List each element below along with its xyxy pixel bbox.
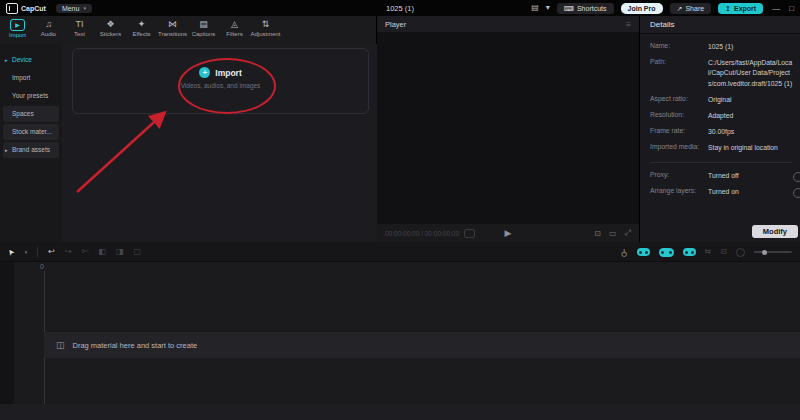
split-icon[interactable]: ✄ (82, 248, 89, 256)
detail-row-path: Path: C:/Users/fast/AppData/Local/CapCut… (650, 58, 794, 89)
player-title: Player (385, 20, 406, 29)
detail-value: Adapted (708, 111, 794, 121)
timeline-zoom-slider[interactable] (754, 251, 792, 253)
tab-audio[interactable]: ♫ Audio (33, 16, 64, 37)
select-tool-icon[interactable]: ➤ (6, 247, 16, 257)
detail-value: Turned off (708, 171, 794, 181)
import-subtitle: Videos, audios, and images (73, 82, 368, 89)
tab-effects[interactable]: ✦ Effects (126, 16, 157, 37)
ruler-tick-label: 0 (40, 263, 44, 270)
menu-button[interactable]: Menu ▾ (56, 4, 92, 13)
tab-captions[interactable]: ▤ Captions (188, 16, 219, 37)
aspect-ratio-icon[interactable]: ▭ (609, 229, 617, 238)
titlebar-right-group: ▤ ▾ ⌨ Shortcuts Join Pro ↗ Share ↥ Expor… (531, 3, 794, 14)
sidebar-item-stock-materials[interactable]: Stock mater... (3, 124, 59, 140)
detail-row-imported-media: Imported media: Stay in original locatio… (650, 143, 794, 153)
info-icon[interactable] (793, 172, 800, 182)
sidebar-item-import[interactable]: Import (3, 70, 59, 86)
audio-tab-icon: ♫ (45, 19, 52, 30)
tab-transitions[interactable]: ⋈ Transitions (157, 16, 188, 37)
info-icon[interactable] (793, 188, 800, 198)
restore-button[interactable]: □ (789, 4, 794, 13)
title-bar: CapCut Menu ▾ 1025 (1) ▤ ▾ ⌨ Shortcuts J… (0, 0, 800, 16)
timeline-toolbar-right: ⚲ ⇆ ⊟ (621, 242, 792, 262)
media-tabs: ▶ Import ♫ Audio TI Text ❖ Stickers ✦ Ef… (0, 16, 376, 44)
sidebar-item-device[interactable]: ▸ Device (3, 52, 59, 68)
sidebar-item-label: Device (12, 56, 32, 63)
layout-icon[interactable]: ▤ (531, 4, 539, 12)
menu-label: Menu (62, 5, 80, 12)
main-track-drop-zone[interactable]: ◫ Drag material here and start to create (44, 332, 800, 358)
export-button[interactable]: ↥ Export (718, 3, 763, 14)
filters-tab-icon: ◬ (231, 19, 238, 30)
captions-tab-icon: ▤ (199, 19, 208, 30)
tab-label: Text (74, 31, 85, 37)
undo-icon[interactable]: ↩ (48, 248, 55, 256)
detail-row-name: Name: 1025 (1) (650, 42, 794, 52)
tab-label: Stickers (100, 31, 121, 37)
modify-button[interactable]: Modify (752, 225, 798, 238)
import-button[interactable]: + Import (73, 67, 368, 78)
detail-label: Name: (650, 42, 708, 52)
empty-track-hint: Drag material here and start to create (73, 341, 198, 350)
delete-right-icon[interactable]: ◨ (116, 248, 124, 256)
player-view-controls: ⊡ ▭ ⤢ (594, 228, 631, 238)
shortcuts-button[interactable]: ⌨ Shortcuts (557, 3, 614, 14)
share-label: Share (685, 5, 704, 12)
share-button[interactable]: ↗ Share (670, 3, 712, 14)
player-menu-icon[interactable]: ≡ (626, 20, 631, 29)
transitions-tab-icon: ⋈ (168, 19, 177, 30)
player-controls: 00:00:00:00 / 00:00:00:00 ▶ ⊡ ▭ ⤢ (377, 224, 639, 242)
divider (650, 162, 792, 163)
tab-stickers[interactable]: ❖ Stickers (95, 16, 126, 37)
sidebar-item-label: Spaces (12, 110, 34, 117)
delete-icon[interactable]: ▢ (133, 248, 141, 256)
detail-row-arrange-layers: Arrange layers: Turned on (650, 187, 794, 197)
minimize-button[interactable]: — (772, 4, 780, 13)
detail-row-proxy: Proxy: Turned off (650, 171, 794, 181)
detail-value: Original (708, 95, 794, 105)
tab-import[interactable]: ▶ Import (2, 16, 33, 38)
sidebar-item-brand-assets[interactable]: ▸ Brand assets (3, 142, 59, 158)
join-pro-label: Join Pro (628, 5, 656, 12)
import-drop-zone[interactable]: + Import Videos, audios, and images (72, 48, 369, 114)
tab-filters[interactable]: ◬ Filters (219, 16, 250, 37)
adjustment-tab-icon: ⇅ (262, 19, 270, 30)
timeline-scrollbar-area[interactable] (0, 404, 800, 420)
join-pro-button[interactable]: Join Pro (621, 3, 663, 14)
layout-chevron-icon[interactable]: ▾ (546, 4, 550, 12)
tab-label: Audio (41, 31, 56, 37)
track-header-gutter (0, 262, 14, 420)
tab-label: Import (9, 32, 26, 38)
zoom-out-icon[interactable] (736, 248, 745, 257)
fit-icon[interactable]: ⊡ (594, 229, 601, 238)
tab-text[interactable]: TI Text (64, 16, 95, 37)
sidebar-item-your-presets[interactable]: Your presets (3, 88, 59, 104)
timecode-dropdown[interactable] (464, 229, 475, 238)
split-view-icon[interactable]: ⇆ (705, 248, 712, 256)
microphone-icon[interactable]: ⚲ (621, 248, 628, 257)
detail-row-frame-rate: Frame rate: 30.00fps (650, 127, 794, 137)
zoom-slider-handle[interactable] (762, 250, 767, 255)
stickers-tab-icon: ❖ (106, 19, 114, 30)
sidebar-item-spaces[interactable]: Spaces (3, 106, 59, 122)
magnet-toggle-icon[interactable] (637, 248, 650, 256)
link-toggle-icon[interactable] (659, 248, 674, 257)
timeline-area[interactable]: 0 ◫ Drag material here and start to crea… (0, 262, 800, 420)
import-plus-icon: + (199, 67, 210, 78)
media-sidebar: ▸ Device Import Your presets Spaces Stoc… (0, 44, 62, 242)
detail-value: Stay in original location (708, 143, 794, 153)
cover-icon[interactable]: ⊟ (720, 248, 727, 256)
delete-left-icon[interactable]: ◧ (98, 248, 106, 256)
redo-icon[interactable]: ↪ (65, 248, 72, 256)
tab-adjustment[interactable]: ⇅ Adjustment (250, 16, 281, 37)
timeline-toolbar-left: ➤ ▾ ↩ ↪ ✄ ◧ ◨ ▢ (8, 242, 141, 262)
media-panel: ▶ Import ♫ Audio TI Text ❖ Stickers ✦ Ef… (0, 16, 377, 242)
tab-label: Effects (132, 31, 150, 37)
snap-toggle-icon[interactable] (683, 248, 696, 256)
tab-label: Captions (192, 31, 216, 37)
fullscreen-icon[interactable]: ⤢ (625, 228, 631, 238)
select-tool-chevron-icon[interactable]: ▾ (25, 250, 28, 255)
effects-tab-icon: ✦ (138, 19, 146, 30)
export-label: Export (734, 5, 756, 12)
